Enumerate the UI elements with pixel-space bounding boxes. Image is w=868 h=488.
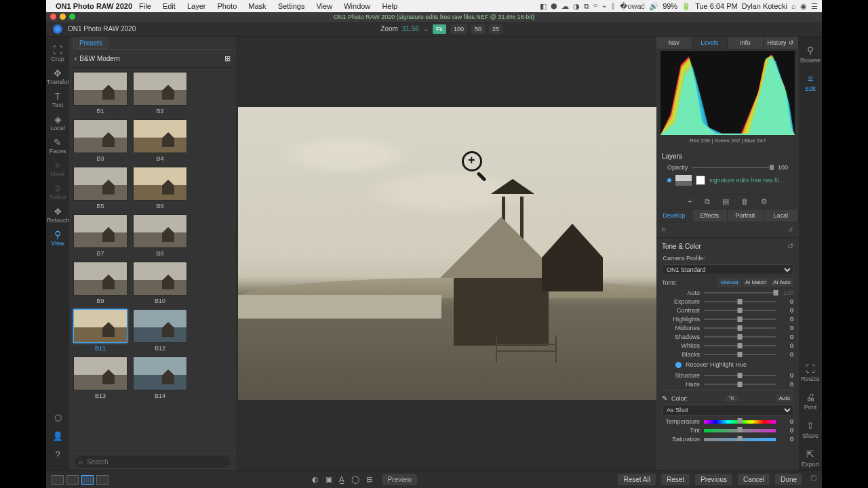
tab-history[interactable]: History ↺ — [764, 37, 800, 49]
preset-thumb[interactable]: B3 — [73, 119, 127, 164]
local-tool[interactable]: ◈Local — [47, 111, 68, 133]
white-balance-select[interactable]: As Shot — [662, 405, 793, 415]
preset-thumb[interactable]: B5 — [73, 167, 127, 211]
contrast-slider[interactable] — [704, 310, 776, 311]
siri-icon[interactable]: ◉ — [800, 2, 807, 11]
zoom-50-button[interactable]: 50 — [471, 24, 485, 34]
delete-layer-icon[interactable]: 🗑 — [741, 197, 749, 206]
tray-icon[interactable]: ◑ — [573, 2, 580, 11]
duplicate-layer-icon[interactable]: ⧉ — [705, 197, 710, 206]
faces-tool[interactable]: ✎Faces — [47, 134, 68, 156]
tab-portrait[interactable]: Portrait — [728, 209, 764, 222]
tray-icon[interactable]: ☁ — [561, 2, 569, 11]
browse-button[interactable]: ⚲Browse — [800, 42, 821, 66]
color-picker-icon[interactable]: ✎ — [662, 394, 667, 402]
tag-tool-icon[interactable]: ⬡ — [47, 409, 68, 427]
share-button[interactable]: ⇧Share — [802, 418, 818, 442]
preset-thumb[interactable]: B11 — [73, 309, 127, 354]
recover-highlight-radio[interactable] — [675, 362, 682, 368]
toggle-preview-icon[interactable]: ⊟ — [366, 475, 372, 484]
menu-edit[interactable]: Edit — [163, 2, 176, 10]
notifications-icon[interactable]: ☰ — [811, 2, 818, 11]
tint-slider[interactable] — [704, 429, 776, 432]
midtones-slider[interactable] — [704, 327, 776, 329]
view-tool[interactable]: ⚲View — [47, 226, 68, 248]
resize-button[interactable]: ⛶Resize — [801, 361, 820, 385]
view-mode-single[interactable] — [52, 475, 64, 485]
tone-aimatch-button[interactable]: AI Match — [743, 278, 770, 287]
preset-thumb[interactable]: B6 — [133, 167, 187, 211]
tray-icon[interactable]: ◧ — [540, 2, 547, 11]
reset-tone-icon[interactable]: ↺ — [787, 242, 793, 251]
menu-help[interactable]: Help — [382, 2, 397, 10]
blacks-slider[interactable] — [704, 354, 776, 355]
bluetooth-icon[interactable]: ᛒ — [611, 2, 616, 10]
view-mode-split[interactable] — [96, 475, 108, 485]
tray-icon[interactable]: ⧉ — [584, 2, 589, 11]
structure-slider[interactable] — [704, 375, 776, 376]
tone-manual-button[interactable]: Manual — [717, 278, 741, 287]
preset-thumb[interactable]: B9 — [73, 262, 127, 306]
mask-tool[interactable]: ✧Mask — [47, 157, 68, 179]
preset-thumb[interactable]: B10 — [133, 262, 187, 306]
saturation-slider[interactable] — [704, 438, 776, 441]
tray-icon[interactable]: ⌔ — [593, 2, 598, 10]
clipping-icon[interactable]: ◯ — [351, 475, 359, 484]
zoom-100-button[interactable]: 100 — [450, 24, 467, 34]
tab-levels[interactable]: Levels — [692, 37, 728, 49]
histogram[interactable] — [660, 51, 795, 135]
label-a-icon[interactable]: A̲ — [339, 475, 344, 484]
tab-develop[interactable]: Develop — [656, 209, 692, 222]
back-icon[interactable]: ‹ — [75, 55, 77, 62]
transform-tool[interactable]: ✥Transform — [47, 65, 68, 87]
camera-profile-select[interactable]: ON1 Standard — [662, 264, 793, 275]
layer-name[interactable]: signature edits free raw files.NEF — [709, 177, 788, 184]
tab-info[interactable]: Info — [728, 37, 764, 49]
reset-button[interactable]: Reset — [661, 474, 690, 485]
menu-settings[interactable]: Settings — [278, 2, 305, 10]
canvas[interactable] — [236, 37, 679, 470]
menu-window[interactable]: Window — [344, 2, 370, 10]
temperature-slider[interactable] — [704, 420, 776, 424]
layer-settings-icon[interactable]: ⚙ — [761, 197, 768, 206]
app-name[interactable]: ON1 Photo RAW 2020 — [56, 2, 132, 10]
help-icon[interactable]: ? — [47, 445, 68, 464]
close-button[interactable] — [50, 14, 56, 20]
menu-photo[interactable]: Photo — [218, 2, 237, 10]
export-button[interactable]: ⇱Export — [802, 446, 819, 470]
zoom-value[interactable]: 31.56 — [402, 25, 419, 33]
edit-button[interactable]: ≡Edit — [805, 70, 816, 95]
spotlight-icon[interactable]: ⌕ — [791, 2, 796, 10]
battery-icon[interactable]: 🔋 — [682, 2, 691, 11]
tab-nav[interactable]: Nav — [656, 37, 692, 49]
menu-view[interactable]: View — [316, 2, 332, 10]
volume-icon[interactable]: 🔊 — [649, 2, 658, 11]
done-button[interactable]: Done — [775, 474, 802, 485]
layer-visible-icon[interactable] — [667, 178, 671, 182]
view-mode-filmstrip[interactable] — [66, 475, 79, 485]
kelvin-button[interactable]: °K — [726, 394, 738, 402]
zoom-dropdown-icon[interactable]: ⌄ — [423, 25, 429, 33]
preset-thumb[interactable]: B4 — [133, 119, 187, 164]
add-layer-icon[interactable]: + — [688, 197, 692, 206]
layer-mask-icon[interactable] — [696, 176, 705, 185]
soft-proof-icon[interactable]: ◐ — [312, 475, 319, 484]
menu-file[interactable]: File — [139, 2, 151, 10]
retouch-tool[interactable]: ❖Retouch — [47, 203, 68, 225]
highlights-slider[interactable] — [704, 319, 776, 320]
crop-tool[interactable]: ⛶Crop — [47, 42, 68, 64]
cancel-button[interactable]: Cancel — [738, 474, 770, 485]
opacity-slider[interactable] — [692, 167, 774, 168]
mask-view-icon[interactable]: ▣ — [326, 475, 332, 484]
print-button[interactable]: 🖨Print — [804, 389, 817, 413]
text-tool[interactable]: TText — [47, 88, 68, 110]
tray-icon[interactable]: ⬢ — [551, 2, 557, 11]
menu-mask[interactable]: Mask — [248, 2, 266, 10]
whites-slider[interactable] — [704, 345, 776, 346]
shadows-slider[interactable] — [704, 336, 776, 338]
preset-category[interactable]: B&W Modern — [79, 55, 119, 62]
reset-all-button[interactable]: Reset All — [618, 474, 655, 485]
tone-aiauto-button[interactable]: AI Auto — [770, 278, 793, 287]
search-input[interactable] — [75, 456, 231, 468]
copy-settings-icon[interactable]: ⎘ — [662, 226, 665, 233]
